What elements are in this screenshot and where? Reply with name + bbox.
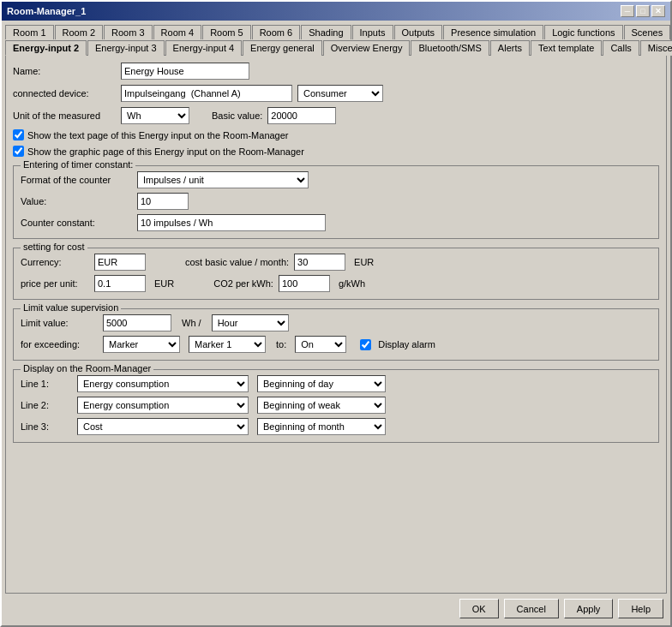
ok-button[interactable]: OK [459,599,499,618]
checkbox2-label: Show the graphic page of this Energy inp… [27,146,304,157]
tab-room6[interactable]: Room 6 [252,25,301,39]
tab-bluetooth[interactable]: Bluetooth/SMS [411,40,489,56]
display-group: Display on the Room-Manager Line 1: Ener… [13,369,659,443]
bottom-buttons: OK Cancel Apply Help [2,594,670,625]
co2-label: CO2 per kWh: [213,278,273,289]
basic-value-input[interactable] [267,107,336,124]
currency-row: Currency: cost basic value / month: EUR [21,254,651,271]
tab-room4[interactable]: Room 4 [153,25,202,39]
currency-input[interactable] [94,254,146,271]
wh-label: Wh / [182,318,201,328]
line3-right-select[interactable]: Beginning of month Beginning of day Begi… [257,418,386,435]
value-label: Value: [21,196,132,206]
line3-label: Line 3: [21,421,72,432]
content-area: Name: connected device: Consumer Produce… [5,55,667,594]
price-row: price per unit: EUR CO2 per kWh: g/kWh [21,275,651,292]
to-select[interactable]: On Off [295,336,346,353]
display-alarm-checkbox[interactable] [360,339,371,350]
currency-label: Currency: [21,257,89,267]
tab-energy-general[interactable]: Energy general [243,40,322,56]
line1-left-select[interactable]: Energy consumption Cost CO2 [77,375,249,392]
connected-device-input[interactable] [121,85,292,102]
line1-label: Line 1: [21,379,72,389]
price-input[interactable] [94,275,146,292]
unit-row: Unit of the measured Wh kWh Basic value: [13,107,659,124]
unit-label: Unit of the measured [13,110,116,121]
title-bar: Room-Manager_1 ─ □ ✕ [2,2,670,21]
tab-room5[interactable]: Room 5 [202,25,251,39]
line2-right-select[interactable]: Beginning of weak Beginning of day Begin… [257,397,386,414]
checkbox2-row: Show the graphic page of this Energy inp… [13,146,659,157]
value-row: Value: [21,193,651,210]
line2-label: Line 2: [21,400,72,410]
marker-select[interactable]: Marker 1 Marker 2 [189,336,266,353]
name-label: Name: [13,66,116,76]
counter-input[interactable] [137,214,326,231]
tab-row-2: Energy-input 2 Energy-input 3 Energy-inp… [5,39,667,55]
limit-input[interactable] [103,314,171,331]
cost-basic-unit: EUR [354,257,374,267]
tab-container: Room 1 Room 2 Room 3 Room 4 Room 5 Room … [2,21,670,55]
interval-select[interactable]: Hour Day Week Month [212,314,289,331]
value-input[interactable] [137,193,189,210]
checkbox1-label: Show the text page of this Energy input … [27,130,289,140]
basic-value-label: Basic value: [212,110,262,121]
minimize-button[interactable]: ─ [621,5,634,17]
co2-unit: g/kWh [339,278,365,289]
apply-button[interactable]: Apply [564,599,614,618]
name-input[interactable] [121,63,249,80]
cost-inner: Currency: cost basic value / month: EUR … [21,254,651,292]
tab-shading[interactable]: Shading [301,25,351,39]
help-button[interactable]: Help [618,599,663,618]
tab-energy-input4[interactable]: Energy-input 4 [165,40,243,56]
tab-energy-input2[interactable]: Energy-input 2 [5,40,87,56]
cost-basic-input[interactable] [294,254,345,271]
window-title: Room-Manager_1 [7,6,86,16]
price-label: price per unit: [21,278,89,289]
tab-calls[interactable]: Calls [603,40,639,56]
tab-misc[interactable]: Miscellaneous [640,40,672,56]
tab-room2[interactable]: Room 2 [55,25,104,39]
connected-device-row: connected device: Consumer Producer [13,85,659,102]
line3-left-select[interactable]: Cost Energy consumption CO2 [77,418,249,435]
checkbox1[interactable] [13,129,24,140]
cost-group-title: setting for cost [21,242,87,252]
format-select[interactable]: Impulses / unit Unit / impulse [137,171,309,188]
limit-group: Limit value supervision Limit value: Wh … [13,308,659,361]
line2-left-select[interactable]: Energy consumption Cost CO2 [77,397,249,414]
checkbox2[interactable] [13,146,24,157]
tab-room1[interactable]: Room 1 [5,25,54,39]
cost-group: setting for cost Currency: cost basic va… [13,248,659,300]
close-button[interactable]: ✕ [651,5,665,17]
limit-label: Limit value: [21,318,98,328]
line1-right-select[interactable]: Beginning of day Beginning of weak Begin… [257,375,386,392]
limit-inner: Limit value: Wh / Hour Day Week Month fo… [21,314,651,353]
tab-alerts[interactable]: Alerts [490,40,530,56]
timer-group-title: Entering of timer constant: [21,159,135,170]
co2-input[interactable] [279,275,330,292]
display-alarm-label: Display alarm [378,339,435,349]
timer-group: Entering of timer constant: Format of th… [13,165,659,239]
tab-logic[interactable]: Logic functions [544,25,622,39]
tab-presence[interactable]: Presence simulation [443,25,543,39]
consumer-select[interactable]: Consumer Producer [297,85,383,102]
counter-row: Counter constant: [21,214,651,231]
tab-outputs[interactable]: Outputs [394,25,443,39]
limit-row: Limit value: Wh / Hour Day Week Month [21,314,651,331]
tab-overview-energy[interactable]: Overview Energy [323,40,411,56]
tab-energy-input3[interactable]: Energy-input 3 [87,40,165,56]
tab-row-1: Room 1 Room 2 Room 3 Room 4 Room 5 Room … [5,24,667,39]
title-bar-buttons: ─ □ ✕ [621,5,665,17]
name-row: Name: [13,63,659,80]
tab-inputs[interactable]: Inputs [352,25,393,39]
exceeding-label: for exceeding: [21,339,98,349]
unit-select[interactable]: Wh kWh [121,107,189,124]
cancel-button[interactable]: Cancel [504,599,559,618]
tab-room3[interactable]: Room 3 [104,25,153,39]
maximize-button[interactable]: □ [636,5,650,17]
tab-text-template[interactable]: Text template [531,40,602,56]
format-row: Format of the counter Impulses / unit Un… [21,171,651,188]
exceeding-select[interactable]: Marker Output [103,336,180,353]
tab-scenes[interactable]: Scenes [624,25,671,39]
line1-row: Line 1: Energy consumption Cost CO2 Begi… [21,375,651,392]
